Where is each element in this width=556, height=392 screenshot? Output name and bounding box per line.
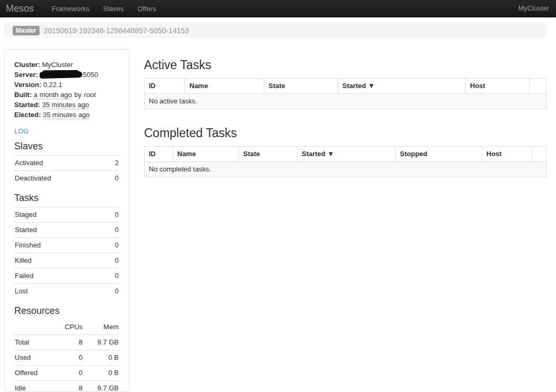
- cluster-info: Cluster: MyCluster: [14, 60, 119, 70]
- built-user: root: [84, 91, 95, 99]
- tasks-row-label: Started: [14, 223, 103, 238]
- tasks-table-body: Staged0Started0Finished0Killed0Failed0Lo…: [14, 207, 119, 299]
- column-header-state[interactable]: State: [239, 147, 298, 162]
- elected-info: Elected: 35 minutes ago: [14, 110, 119, 120]
- resources-table-body: Total89.7 GBUsed00 BOffered00 BIdle89.7 …: [14, 335, 119, 392]
- column-header-name[interactable]: Name: [173, 147, 239, 162]
- column-header-id[interactable]: ID: [145, 79, 185, 94]
- resources-row-cpus: 0: [53, 350, 83, 366]
- master-id-text: 20150619-192346-1298446857-5050-14153: [44, 26, 189, 35]
- active-tasks-table: IDNameStateStarted ▼Host No active tasks…: [144, 78, 547, 109]
- resources-row-label: Total: [14, 335, 53, 350]
- version-value: 0.22.1: [43, 81, 62, 89]
- slaves-section-title: Slaves: [14, 140, 119, 152]
- slaves-row-label: Deactivated: [14, 171, 107, 186]
- resources-row-label: Idle: [14, 381, 53, 392]
- completed-tasks-table: IDNameStateStarted ▼StoppedHost No compl…: [144, 146, 547, 177]
- nav-item-frameworks[interactable]: Frameworks: [45, 0, 97, 17]
- resources-row-mem: 0 B: [83, 366, 119, 381]
- resources-row-idle: Idle89.7 GB: [14, 381, 119, 392]
- active-tasks-body: No active tasks.: [145, 94, 547, 109]
- column-header-host[interactable]: Host: [466, 79, 530, 94]
- tasks-row-label: Killed: [14, 253, 103, 269]
- tasks-row-value: 0: [103, 223, 119, 238]
- built-info: Built: a month ago by root: [14, 90, 119, 100]
- navbar-menu: FrameworksSlavesOffers: [45, 0, 163, 17]
- resources-row-cpus: 8: [53, 335, 83, 350]
- resources-table: CPUsMem Total89.7 GBUsed00 BOffered00 BI…: [14, 320, 119, 392]
- completed-tasks-empty-message: No completed tasks.: [145, 162, 547, 177]
- built-time: a month ago: [34, 91, 72, 99]
- resources-col-mem: Mem: [83, 320, 119, 335]
- tasks-row-staged: Staged0: [14, 207, 119, 223]
- resources-row-mem: 0 B: [83, 350, 119, 366]
- tasks-row-value: 0: [103, 284, 119, 299]
- column-header-id[interactable]: ID: [145, 147, 173, 162]
- completed-tasks-body: No completed tasks.: [145, 162, 547, 177]
- tasks-row-value: 0: [103, 238, 119, 253]
- tasks-row-label: Lost: [14, 284, 103, 299]
- elected-label: Elected:: [14, 111, 41, 119]
- column-header-started[interactable]: Started ▼: [298, 147, 396, 162]
- elected-value: 35 minutes ago: [43, 111, 90, 119]
- started-label: Started:: [14, 101, 40, 109]
- server-info: Server: :5050: [14, 70, 119, 80]
- slaves-table-body: Activated2Deactivated0: [14, 156, 119, 186]
- slaves-row-value: 2: [107, 156, 119, 171]
- resources-row-total: Total89.7 GB: [14, 335, 119, 350]
- slaves-row-value: 0: [107, 171, 119, 186]
- started-value: 35 minutes ago: [42, 101, 89, 109]
- resources-row-label: Offered: [14, 366, 53, 381]
- completed-tasks-title: Completed Tasks: [144, 127, 546, 139]
- top-navbar: Mesos FrameworksSlavesOffers MyCluster: [0, 0, 556, 17]
- started-info: Started: 35 minutes ago: [14, 100, 119, 110]
- slaves-row-deactivated: Deactivated0: [14, 171, 119, 186]
- tasks-row-failed: Failed0: [14, 269, 119, 284]
- active-tasks-title: Active Tasks: [144, 59, 546, 71]
- master-id-bar: Master 20150619-192346-1298446857-5050-1…: [4, 23, 547, 38]
- tasks-table: Staged0Started0Finished0Killed0Failed0Lo…: [14, 207, 119, 299]
- server-port: :5050: [81, 71, 98, 79]
- column-header-stopped[interactable]: Stopped: [396, 147, 482, 162]
- cluster-label: Cluster:: [14, 61, 40, 69]
- tasks-row-label: Failed: [14, 269, 103, 284]
- active-tasks-empty-row: No active tasks.: [145, 94, 547, 109]
- cluster-value: MyCluster: [42, 61, 73, 69]
- tasks-row-lost: Lost0: [14, 284, 119, 299]
- tasks-row-killed: Killed0: [14, 253, 119, 269]
- column-header-empty: [530, 79, 547, 94]
- version-label: Version:: [14, 81, 41, 89]
- master-badge: Master: [13, 26, 40, 35]
- resources-row-mem: 9.7 GB: [83, 381, 119, 392]
- log-link[interactable]: LOG: [14, 127, 28, 136]
- tasks-row-value: 0: [103, 269, 119, 284]
- tasks-row-value: 0: [103, 253, 119, 269]
- active-tasks-empty-message: No active tasks.: [145, 94, 547, 109]
- resources-row-cpus: 8: [53, 381, 83, 392]
- nav-item-slaves[interactable]: Slaves: [97, 0, 131, 17]
- redacted-server-address: [40, 71, 81, 79]
- resources-header-row: CPUsMem: [14, 320, 119, 335]
- resources-row-cpus: 0: [53, 366, 83, 381]
- nav-item-offers[interactable]: Offers: [131, 0, 163, 17]
- built-conjunction: by: [74, 91, 82, 99]
- built-label: Built:: [14, 91, 32, 99]
- version-info: Version: 0.22.1: [14, 80, 119, 90]
- column-header-host[interactable]: Host: [482, 147, 532, 162]
- tasks-row-started: Started0: [14, 223, 119, 238]
- column-header-empty: [532, 147, 547, 162]
- resources-col-cpus: CPUs: [53, 320, 83, 335]
- slaves-table: Activated2Deactivated0: [14, 155, 119, 186]
- tasks-row-label: Finished: [14, 238, 103, 253]
- tasks-row-finished: Finished0: [14, 238, 119, 253]
- tasks-row-label: Staged: [14, 207, 103, 223]
- brand-mesos[interactable]: Mesos: [0, 0, 40, 17]
- column-header-name[interactable]: Name: [185, 79, 264, 94]
- main-content: Active Tasks IDNameStateStarted ▼Host No…: [144, 59, 546, 177]
- tasks-row-value: 0: [103, 207, 119, 223]
- resources-row-offered: Offered00 B: [14, 366, 119, 381]
- column-header-started[interactable]: Started ▼: [338, 79, 466, 94]
- completed-tasks-empty-row: No completed tasks.: [145, 162, 547, 177]
- column-header-state[interactable]: State: [264, 79, 338, 94]
- sidebar-well: Cluster: MyCluster Server: :5050 Version…: [4, 49, 129, 392]
